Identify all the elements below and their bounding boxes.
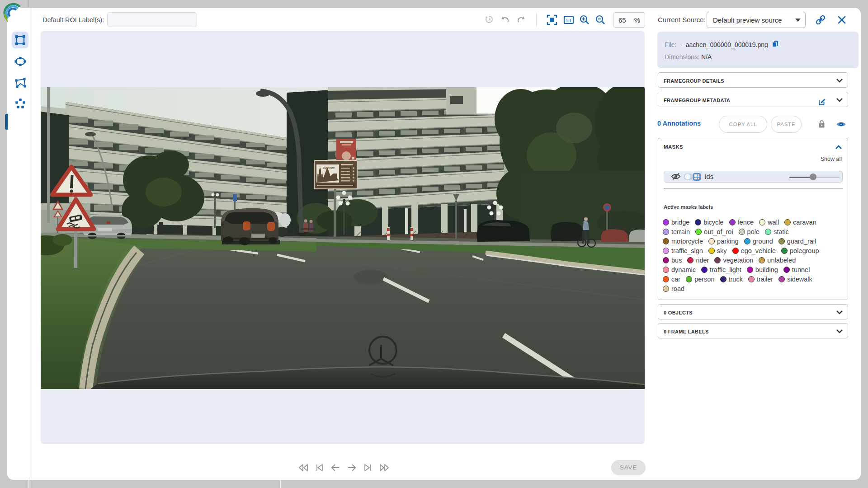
svg-text:Aachen: Aachen xyxy=(323,166,335,170)
svg-text:1:1: 1:1 xyxy=(566,19,571,23)
